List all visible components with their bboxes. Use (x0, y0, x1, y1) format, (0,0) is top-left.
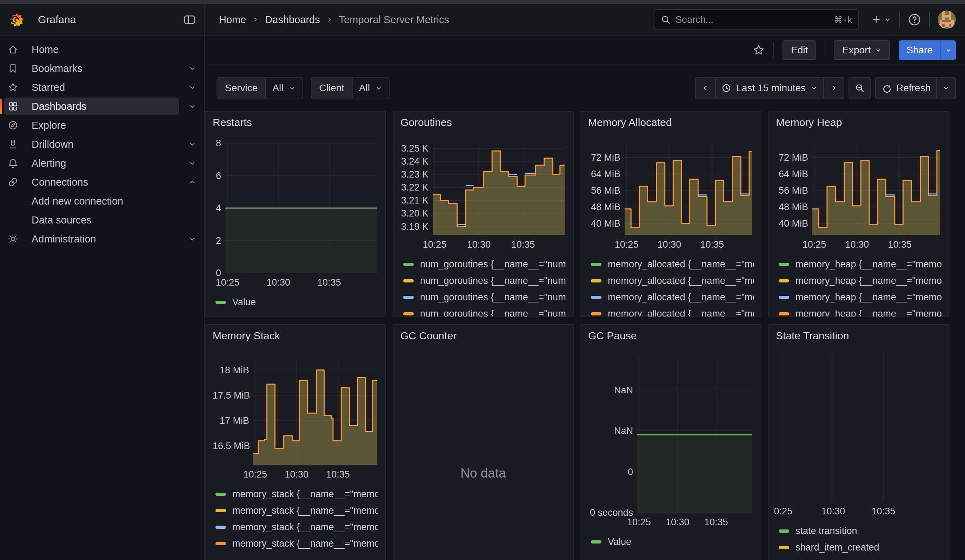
y-axis-tick: 48 MiB (588, 202, 620, 213)
sidebar-item-dashboards[interactable]: Dashboards (0, 97, 204, 116)
user-avatar[interactable] (938, 11, 956, 29)
sidebar-nav: HomeBookmarksStarredDashboardsExploreDri… (0, 36, 205, 560)
active-accent-bar (0, 99, 2, 114)
x-axis-tick: 0:25 (774, 506, 793, 517)
panel-title[interactable]: GC Pause (588, 330, 754, 345)
sidebar-item-connections[interactable]: Connections (0, 173, 204, 191)
chevron-right-icon (325, 16, 334, 23)
panel-legend: memory_stack {__name__="memory_smemory_s… (216, 486, 378, 552)
time-back-button[interactable] (695, 78, 715, 99)
share-menu-button[interactable] (940, 40, 956, 60)
series-color-swatch (216, 301, 226, 304)
series-label: num_goroutines {__name__="num_go (420, 292, 566, 303)
sidebar-item-label: Data sources (31, 214, 92, 226)
legend-item[interactable]: memory_allocated {__name__="memo (591, 273, 754, 289)
panel-gc-counter: GC CounterNo data (393, 324, 574, 560)
series-label: memory_allocated {__name__="memo (608, 276, 754, 286)
sidebar-item-drilldown[interactable]: Drilldown (0, 135, 204, 154)
x-axis-tick: 10:35 (888, 239, 912, 250)
sidebar-item-label: Explore (31, 120, 66, 131)
chevron-down-icon (188, 235, 196, 243)
legend-item[interactable]: memory_allocated {__name__="memo (591, 289, 754, 305)
legend-item[interactable]: memory_heap {__name__="memory_h (779, 256, 942, 273)
series-label: memory_stack {__name__="memory_s (232, 505, 378, 516)
legend-item[interactable]: num_goroutines {__name__="num_go (403, 289, 566, 305)
chart-plot (254, 360, 377, 465)
panel-title[interactable]: Memory Allocated (588, 116, 754, 132)
panel-body: 3.19 K3.20 K3.21 K3.22 K3.23 K3.24 K3.25… (401, 132, 566, 313)
x-axis-tick: 10:25 (803, 239, 826, 250)
x-axis-tick: 10:25 (615, 239, 639, 250)
x-axis-tick: 10:30 (467, 239, 491, 250)
sidebar-item-administration[interactable]: Administration (0, 230, 204, 248)
time-range-button[interactable]: Last 15 minutes (715, 78, 823, 99)
chevron-down-icon (188, 140, 196, 149)
y-axis-tick: 8 (213, 138, 221, 149)
search-input[interactable] (676, 15, 829, 25)
y-axis-tick: NaN (588, 426, 633, 436)
sidebar-item-label: Dashboards (31, 101, 86, 112)
app-title: Grafana (38, 14, 183, 26)
chart-plot (812, 143, 940, 235)
panel-title[interactable]: Memory Stack (213, 330, 378, 345)
x-axis-tick: 10:25 (423, 239, 447, 250)
filter-value-dropdown[interactable]: All (265, 78, 302, 99)
legend-item[interactable]: memory_allocated {__name__="memo (591, 305, 754, 317)
filter-value-dropdown[interactable]: All (352, 78, 389, 99)
search-bar[interactable]: ⌘+k (654, 9, 859, 30)
x-axis-tick: 10:30 (658, 239, 682, 250)
legend-item[interactable]: Value (216, 294, 378, 310)
legend-item[interactable]: num_goroutines {__name__="num_go (403, 305, 566, 317)
series-label: Value (232, 297, 256, 308)
legend-item[interactable]: memory_allocated {__name__="memo (591, 256, 754, 273)
sidebar-item-bookmarks[interactable]: Bookmarks (0, 59, 204, 78)
panel-title[interactable]: GC Counter (401, 330, 566, 345)
legend-item[interactable]: num_goroutines {__name__="num_go (403, 273, 566, 289)
breadcrumb-dashboards[interactable]: Dashboards (265, 14, 320, 26)
legend-item[interactable]: memory_heap {__name__="memory_h (779, 273, 942, 289)
refresh-button[interactable]: Refresh (876, 78, 936, 99)
legend-item[interactable]: memory_stack {__name__="memory_s (216, 486, 378, 503)
sidebar-item-explore[interactable]: Explore (0, 116, 204, 135)
sidebar-item-add-new-connection[interactable]: Add new connection (0, 191, 204, 211)
legend-item[interactable]: memory_heap {__name__="memory_h (779, 305, 942, 317)
legend-item[interactable]: shard_item_created (779, 539, 942, 556)
export-button[interactable]: Export (834, 40, 890, 60)
refresh-interval-button[interactable] (936, 78, 955, 99)
help-icon[interactable] (908, 13, 921, 27)
sidebar-item-starred[interactable]: Starred (0, 78, 204, 97)
legend-item[interactable]: memory_stack {__name__="memory_s (216, 536, 378, 552)
legend-item[interactable]: memory_stack {__name__="memory_s (216, 519, 378, 536)
x-axis-tick: 10:35 (700, 239, 724, 250)
edit-button[interactable]: Edit (782, 40, 816, 60)
favorite-star-icon[interactable] (752, 44, 765, 57)
series-color-swatch (591, 312, 602, 315)
panel-title[interactable]: State Transition (776, 330, 942, 345)
chevron-up-icon (188, 178, 196, 186)
add-new-button[interactable] (871, 15, 891, 25)
panel-memory-heap: Memory Heap40 MiB48 MiB56 MiB64 MiB72 Mi… (768, 111, 949, 317)
legend-item[interactable]: state transition (779, 523, 942, 539)
share-button[interactable]: Share (899, 40, 940, 60)
panel-title[interactable]: Goroutines (401, 116, 566, 132)
legend-item[interactable]: Value (591, 534, 754, 550)
zoom-out-button[interactable] (849, 78, 870, 99)
sidebar-item-alerting[interactable]: Alerting (0, 154, 204, 173)
sidebar-collapse-icon[interactable] (183, 13, 196, 26)
time-forward-button[interactable] (823, 78, 844, 99)
breadcrumb-home[interactable]: Home (219, 14, 246, 26)
panel-legend: Value (216, 294, 378, 310)
sidebar-item-data-sources[interactable]: Data sources (0, 211, 204, 230)
y-axis-tick: 3.19 K (401, 221, 429, 232)
panel-legend: state transitionshard_item_created (779, 523, 942, 556)
legend-item[interactable]: memory_heap {__name__="memory_h (779, 289, 942, 305)
sidebar-item-home[interactable]: Home (0, 40, 204, 59)
panel-title[interactable]: Memory Heap (776, 116, 942, 132)
dashboard-controls: ServiceAllClientAll Last 15 minutes (205, 65, 965, 111)
header-right: Home Dashboards Temporal Server Metrics … (205, 9, 965, 30)
panel-title[interactable]: Restarts (213, 116, 378, 132)
series-color-swatch (591, 540, 602, 544)
legend-item[interactable]: num_goroutines {__name__="num_go (403, 256, 566, 273)
chart-plot (625, 143, 752, 235)
legend-item[interactable]: memory_stack {__name__="memory_s (216, 503, 378, 519)
